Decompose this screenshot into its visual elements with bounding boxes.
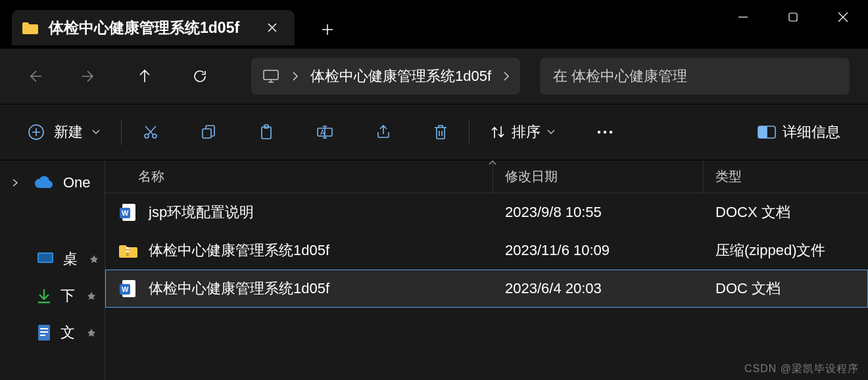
zip-icon — [118, 241, 138, 260]
file-name: jsp环境配置说明 — [149, 202, 254, 222]
new-label: 新建 — [54, 122, 83, 142]
svg-rect-16 — [39, 254, 52, 262]
new-button[interactable]: 新建 — [18, 116, 109, 148]
sidebar-item-documents[interactable]: 文 — [0, 314, 105, 351]
svg-rect-5 — [203, 129, 211, 138]
close-tab-button[interactable] — [262, 17, 283, 38]
svg-point-10 — [598, 131, 600, 133]
view-label: 详细信息 — [783, 122, 840, 142]
svg-text:W: W — [122, 285, 129, 293]
sidebar-item-label: 文 — [60, 323, 75, 343]
new-tab-button[interactable] — [314, 16, 341, 43]
file-date: 2023/11/6 10:09 — [493, 242, 704, 259]
breadcrumb-item[interactable]: 体检中心健康管理系统1d05f — [310, 66, 491, 86]
refresh-button[interactable] — [184, 60, 216, 92]
tab-title: 体检中心健康管理系统1d05f — [49, 18, 253, 38]
sidebar-item-label: One — [63, 174, 91, 191]
svg-rect-19 — [40, 331, 48, 333]
chevron-right-icon[interactable] — [503, 71, 510, 82]
docx-icon: W — [118, 202, 138, 222]
svg-text:W: W — [122, 209, 129, 217]
sidebar-item-desktop[interactable]: 桌 — [0, 241, 105, 277]
column-headers: 名称 修改日期 类型 — [105, 160, 868, 193]
share-button[interactable] — [366, 116, 400, 148]
chevron-down-icon — [547, 130, 555, 135]
copy-button[interactable] — [191, 116, 226, 148]
rename-button[interactable]: A — [307, 116, 343, 148]
toolbar: 新建 A 排序 — [0, 104, 868, 160]
pin-icon — [89, 254, 99, 264]
chevron-down-icon — [92, 130, 100, 135]
column-date[interactable]: 修改日期 — [493, 160, 704, 193]
svg-rect-0 — [789, 13, 797, 21]
file-name: 体检中心健康管理系统1d05f — [149, 279, 329, 298]
separator — [121, 119, 122, 145]
window-controls — [718, 0, 868, 34]
document-icon — [37, 324, 51, 341]
desktop-icon — [37, 252, 54, 266]
cut-button[interactable] — [133, 116, 168, 148]
file-date: 2023/9/8 10:55 — [493, 204, 704, 221]
pin-icon — [87, 291, 96, 300]
details-view-button[interactable]: 详细信息 — [748, 116, 850, 148]
file-name: 体检中心健康管理系统1d05f — [149, 241, 329, 260]
svg-rect-20 — [40, 335, 45, 336]
up-button[interactable] — [129, 60, 160, 92]
svg-rect-1 — [264, 70, 278, 80]
separator — [469, 119, 470, 145]
column-name[interactable]: 名称 — [105, 160, 493, 193]
sidebar-item-downloads[interactable]: 下 — [0, 277, 105, 314]
file-list: 名称 修改日期 类型 Wjsp环境配置说明2023/9/8 10:55DOCX … — [105, 160, 868, 380]
table-row[interactable]: Wjsp环境配置说明2023/9/8 10:55DOCX 文档 — [105, 193, 868, 231]
folder-icon — [21, 18, 39, 37]
back-button[interactable] — [18, 60, 50, 92]
svg-rect-26 — [126, 250, 129, 252]
sidebar-item-onedrive[interactable]: One — [0, 164, 105, 201]
forward-button[interactable] — [74, 60, 105, 92]
more-button[interactable] — [588, 116, 622, 148]
sidebar-item-label: 下 — [60, 286, 75, 306]
sort-label: 排序 — [512, 122, 541, 142]
sort-button[interactable]: 排序 — [481, 116, 564, 148]
tab-active[interactable]: 体检中心健康管理系统1d05f — [12, 10, 295, 45]
file-type: DOCX 文档 — [704, 202, 868, 222]
minimize-button[interactable] — [718, 0, 768, 34]
column-type[interactable]: 类型 — [704, 160, 868, 193]
navbar: 体检中心健康管理系统1d05f 在 体检中心健康管理 — [0, 49, 868, 104]
table-row[interactable]: 体检中心健康管理系统1d05f2023/11/6 10:09压缩(zipped)… — [105, 231, 868, 270]
chevron-up-icon — [487, 160, 498, 165]
table-row[interactable]: W体检中心健康管理系统1d05f2023/6/4 20:03DOC 文档 — [105, 270, 868, 308]
titlebar: 体检中心健康管理系统1d05f — [0, 0, 868, 49]
svg-point-12 — [610, 131, 612, 133]
download-icon — [37, 288, 51, 304]
delete-button[interactable] — [424, 116, 457, 148]
file-type: DOC 文档 — [704, 279, 868, 298]
doc-icon: W — [118, 279, 138, 298]
search-input[interactable]: 在 体检中心健康管理 — [540, 58, 850, 95]
file-date: 2023/6/4 20:03 — [493, 280, 704, 297]
breadcrumb[interactable]: 体检中心健康管理系统1d05f — [251, 58, 520, 95]
watermark: CSDN @梁凯毕设程序 — [744, 362, 859, 376]
chevron-right-icon — [12, 178, 25, 187]
chevron-right-icon[interactable] — [292, 71, 299, 82]
sidebar-item-label: 桌 — [63, 249, 78, 269]
svg-rect-14 — [758, 126, 767, 138]
cloud-icon — [34, 176, 54, 189]
close-button[interactable] — [818, 0, 868, 34]
sidebar: One 桌 下 文 — [0, 160, 105, 380]
pin-icon — [87, 328, 96, 337]
maximize-button[interactable] — [768, 0, 818, 34]
search-placeholder: 在 体检中心健康管理 — [553, 66, 687, 86]
paste-button[interactable] — [249, 116, 283, 148]
this-pc-icon — [262, 67, 280, 85]
tab-strip: 体检中心健康管理系统1d05f — [0, 7, 341, 49]
file-type: 压缩(zipped)文件 — [704, 241, 868, 260]
svg-rect-18 — [40, 328, 48, 329]
svg-point-11 — [604, 131, 606, 133]
svg-text:A: A — [320, 129, 325, 136]
svg-rect-25 — [126, 247, 129, 249]
